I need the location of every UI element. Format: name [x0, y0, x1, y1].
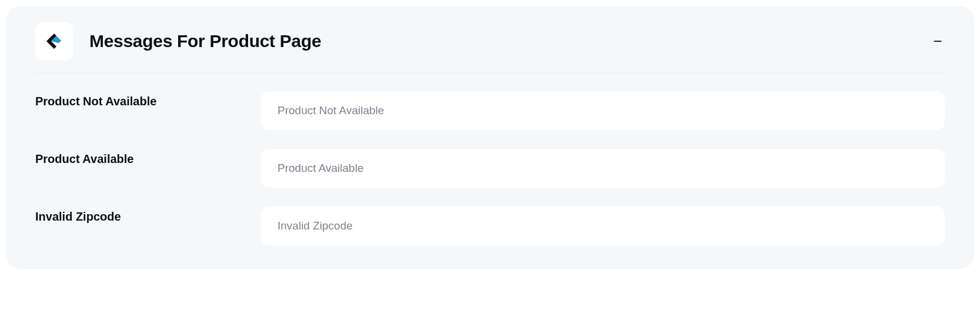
- collapse-button[interactable]: −: [931, 34, 945, 48]
- input-invalid-zipcode[interactable]: [261, 207, 945, 245]
- app-logo-icon: [35, 22, 73, 60]
- label-product-not-available: Product Not Available: [35, 91, 247, 108]
- minus-icon: −: [933, 34, 942, 49]
- panel-header: Messages For Product Page −: [35, 6, 945, 74]
- label-invalid-zipcode: Invalid Zipcode: [35, 207, 247, 224]
- form-body: Product Not Available Product Available …: [35, 74, 945, 245]
- messages-panel: Messages For Product Page − Product Not …: [6, 6, 974, 269]
- input-product-available[interactable]: [261, 149, 945, 188]
- field-row-product-not-available: Product Not Available: [35, 91, 945, 130]
- input-product-not-available[interactable]: [261, 91, 945, 130]
- label-product-available: Product Available: [35, 149, 247, 166]
- header-left: Messages For Product Page: [35, 22, 321, 60]
- field-row-invalid-zipcode: Invalid Zipcode: [35, 207, 945, 245]
- field-row-product-available: Product Available: [35, 149, 945, 188]
- panel-title: Messages For Product Page: [89, 31, 321, 51]
